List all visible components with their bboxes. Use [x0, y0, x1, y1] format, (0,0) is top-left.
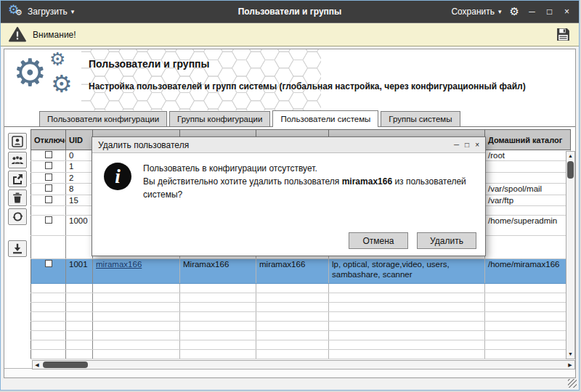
disable-checkbox[interactable] [45, 151, 52, 158]
page-subtitle: Настройка пользователей и групп системы … [89, 81, 572, 91]
resize-grip[interactable] [568, 379, 577, 388]
dialog-close-button[interactable]: × [475, 141, 479, 149]
dialog-message-line2: Вы действительно хотите удалить пользова… [143, 175, 483, 201]
col-home[interactable]: Домашний каталог [485, 130, 571, 150]
cell-uid: 0 [66, 150, 93, 161]
dialog-title: Удалить пользователя [98, 140, 454, 150]
content-panel: ⚙ ⚙ ⚙ Пользователи и группы Настройка по… [4, 49, 576, 378]
disable-checkbox[interactable] [45, 196, 52, 203]
disable-checkbox[interactable] [45, 216, 52, 224]
tab-system-groups[interactable]: Группы системы [381, 111, 460, 126]
vertical-scroll-thumb[interactable] [567, 161, 574, 179]
horizontal-scroll-thumb[interactable] [43, 362, 88, 368]
cell-uid: 2 [66, 172, 93, 183]
users-group-icon [11, 155, 24, 166]
dialog-titlebar: Удалить пользователя ─ □ × [92, 137, 485, 153]
table-row-empty [31, 283, 571, 293]
chevron-down-icon: ▾ [71, 8, 75, 15]
page-header: ⚙ ⚙ ⚙ Пользователи и группы Настройка по… [4, 49, 575, 110]
cell-home: /home/superadmin [485, 215, 571, 235]
cell-group: miramax166 [256, 258, 329, 283]
app-window: Пользователи и группы ⚙⚙ Загрузить ▾ Сох… [0, 0, 580, 391]
load-menu-button[interactable]: Загрузить ▾ [28, 7, 74, 17]
dialog-message: Пользователь в конфигурации отсутствует.… [143, 162, 483, 201]
cell-uid: 1001 [66, 258, 93, 283]
settings-gear-icon[interactable]: ⚙ [510, 5, 519, 18]
titlebar: Пользователи и группы ⚙⚙ Загрузить ▾ Сох… [1, 1, 579, 23]
cell-home [485, 172, 571, 183]
refresh-button[interactable] [8, 208, 27, 225]
minimize-button[interactable]: ─ [527, 7, 537, 17]
scroll-down-icon[interactable]: ▼ [566, 350, 574, 359]
close-button[interactable]: × [562, 7, 572, 17]
tab-config-users[interactable]: Пользователи конфигурации [39, 111, 167, 126]
table-row-empty [31, 330, 571, 340]
cell-uid: 15 [66, 195, 93, 205]
delete-button[interactable] [8, 189, 27, 206]
table-row-empty [31, 321, 571, 330]
tab-bar: Пользователи конфигурации Группы конфигу… [4, 110, 575, 127]
cell-uid: 8 [66, 184, 93, 195]
users-group-button[interactable] [8, 152, 27, 168]
warning-label: Внимание! [33, 30, 76, 40]
user-login-link[interactable]: miramax166 [96, 260, 142, 269]
col-uid[interactable]: UID [66, 130, 93, 150]
save-menu-button[interactable]: Сохранить ▾ [451, 7, 501, 17]
disable-checkbox[interactable] [45, 162, 52, 169]
cell-home: /root [485, 150, 571, 161]
delete-user-dialog: Удалить пользователя ─ □ × i Пользовател… [92, 136, 486, 256]
table-row-empty [31, 311, 571, 321]
gears-logo-icon: ⚙ ⚙ ⚙ [13, 51, 86, 109]
dialog-minimize-button[interactable]: ─ [454, 141, 459, 149]
confirm-delete-button[interactable]: Удалить [417, 232, 476, 249]
dialog-message-line1: Пользователь в конфигурации отсутствует. [143, 162, 483, 175]
page-title: Пользователи и группы [89, 58, 210, 70]
cancel-button[interactable]: Отмена [349, 232, 408, 249]
cell-home: /home/miramax166 [485, 258, 571, 283]
dialog-maximize-button[interactable]: □ [465, 141, 469, 149]
side-toolbar [4, 127, 31, 372]
maximize-button[interactable]: □ [545, 7, 554, 17]
table-row-empty [31, 340, 571, 349]
scroll-left-icon[interactable]: ◀ [33, 361, 41, 369]
table-row-empty [31, 302, 571, 311]
chevron-down-icon: ▾ [498, 8, 502, 15]
download-button[interactable] [8, 240, 27, 257]
cell-groups: lp, optical, storage,video, users, samba… [329, 258, 485, 283]
warning-bar: Внимание! [1, 23, 579, 46]
cell-uid: 1000 [66, 215, 93, 235]
table-row-empty [31, 349, 571, 359]
cell-fullname: Miramax166 [180, 258, 256, 283]
disable-checkbox[interactable] [45, 173, 52, 181]
dialog-username: miramax166 [342, 176, 392, 187]
download-icon [12, 243, 23, 254]
refresh-icon [12, 211, 23, 222]
trash-icon [12, 192, 23, 203]
horizontal-scrollbar[interactable]: ◀ ▶ [32, 360, 575, 369]
tab-system-users[interactable]: Пользователи системы [272, 110, 378, 127]
save-file-icon[interactable] [556, 27, 571, 42]
scroll-up-icon[interactable]: ▲ [566, 152, 574, 160]
export-icon [12, 173, 23, 184]
cell-home: /var/ftp [485, 195, 571, 205]
cell-uid: 1 [66, 161, 93, 172]
warning-triangle-icon [9, 27, 26, 42]
add-user-icon [12, 136, 23, 147]
table-row-empty [31, 293, 571, 302]
cell-home: /var/spool/mail [485, 184, 571, 195]
col-disabled[interactable]: Отключен [31, 130, 66, 150]
info-icon: i [104, 163, 131, 190]
scroll-right-icon[interactable]: ▶ [566, 361, 574, 369]
add-user-button[interactable] [8, 133, 27, 150]
disable-checkbox[interactable] [45, 260, 52, 267]
cell-home [485, 161, 571, 172]
disable-checkbox[interactable] [45, 184, 52, 192]
tab-config-groups[interactable]: Группы конфигурации [169, 111, 270, 126]
export-button[interactable] [8, 171, 27, 187]
app-gears-icon: ⚙⚙ [8, 4, 23, 20]
table-row-selected[interactable]: 1001 miramax166 Miramax166 miramax166 lp… [31, 258, 571, 283]
vertical-scrollbar[interactable]: ▲ ▼ [566, 151, 575, 359]
